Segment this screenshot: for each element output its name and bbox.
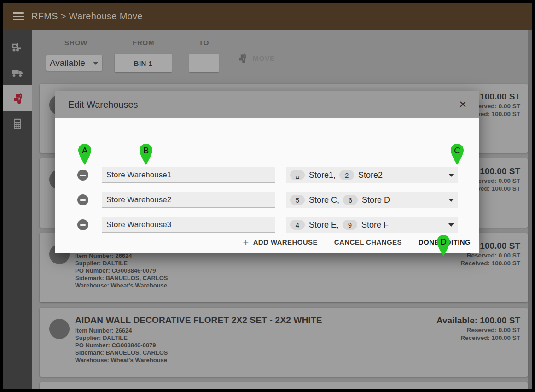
remove-warehouse-button[interactable] <box>77 170 88 181</box>
app-window: RFMS > Warehouse Move <box>0 0 535 392</box>
item-sidemark: Sidemark: BANUELOS, CARLOS <box>75 349 168 357</box>
move-button[interactable]: MOVE <box>236 52 275 64</box>
app-bar: RFMS > Warehouse Move <box>3 3 532 30</box>
cancel-changes-button[interactable]: CANCEL CHANGES <box>334 238 402 246</box>
annotation-label: D <box>440 237 447 246</box>
app-title: RFMS > Warehouse Move <box>31 11 143 22</box>
annotation-label: B <box>143 146 149 155</box>
item-po-number: PO Number: CG003846-0079 <box>75 267 168 275</box>
item-warehouse: Warehouse: Wheat's Warehouse <box>75 357 168 364</box>
warehouse-row: 4 Store E, 9 Store F <box>55 217 479 234</box>
item-reserved: Reserved: 0.00 ST <box>436 326 520 334</box>
to-bin-field[interactable] <box>189 54 219 72</box>
stores-dropdown[interactable]: ␣ Store1, 2 Store2 <box>286 167 458 183</box>
inventory-card: CALL TO THE POST - 10' ARCTIC SKY Availa… <box>40 382 528 389</box>
inventory-card: AIDAN WALL DECORATIVE FLORET 2X2 SET - 2… <box>40 308 528 377</box>
chevron-down-icon <box>448 174 454 177</box>
item-select-toggle[interactable] <box>49 319 70 339</box>
calculator-icon <box>11 117 24 131</box>
annotation-pin-b: B <box>140 144 152 165</box>
dialog-actions: + ADD WAREHOUSE CANCEL CHANGES DONE EDIT… <box>243 238 471 246</box>
warehouse-row: 5 Store C, 6 Store D <box>55 192 479 209</box>
item-title: AIDAN WALL DECORATIVE FLORET 2X2 SET - 2… <box>75 315 322 325</box>
handtruck-icon <box>11 91 24 105</box>
move-button-label: MOVE <box>253 54 275 62</box>
show-label: SHOW <box>64 39 87 47</box>
store-name: Store C, <box>309 195 339 205</box>
annotation-label: A <box>82 146 88 155</box>
store-name: Store F <box>361 220 389 230</box>
chevron-down-icon <box>93 62 99 65</box>
item-available: Available: 100.00 ST <box>436 315 520 326</box>
to-label: TO <box>199 39 209 47</box>
item-supplier: Supplier: DALTILE <box>75 260 168 267</box>
warehouse-name-input[interactable] <box>102 167 275 183</box>
dialog-header: Edit Warehouses ✕ <box>55 91 479 118</box>
store-name: Store1, <box>309 170 336 180</box>
item-received: Received: 100.00 ST <box>436 259 520 267</box>
item-quantities: Available: 100.00 ST Reserved: 0.00 ST R… <box>436 315 520 342</box>
from-bin-button[interactable]: BIN 1 <box>115 54 172 72</box>
dialog-body: ␣ Store1, 2 Store2 5 Store C, 6 Store D <box>55 118 479 253</box>
annotation-pin-a: A <box>78 144 91 165</box>
store-badge: 5 <box>290 195 305 205</box>
dialog-title: Edit Warehouses <box>68 99 138 110</box>
store-badge: 2 <box>339 170 354 180</box>
stores-dropdown[interactable]: 4 Store E, 9 Store F <box>286 217 458 233</box>
store-badge: 4 <box>290 220 305 230</box>
store-name: Store2 <box>358 170 383 180</box>
warehouse-name-input[interactable] <box>102 192 275 208</box>
add-warehouse-button[interactable]: + ADD WAREHOUSE <box>243 238 317 246</box>
item-details: Item Number: 26624 Supplier: DALTILE PO … <box>75 252 168 289</box>
sidebar <box>3 30 32 389</box>
scrollbar-gutter[interactable] <box>528 30 532 389</box>
move-handtruck-icon <box>236 52 248 64</box>
from-label: FROM <box>133 39 154 47</box>
sidebar-item-calculator[interactable] <box>3 111 32 137</box>
close-icon[interactable]: ✕ <box>459 99 467 110</box>
chevron-down-icon <box>448 223 454 227</box>
show-select-value: Available <box>50 58 93 68</box>
annotation-pin-d: D <box>437 235 450 256</box>
item-warehouse: Warehouse: Wheat's Warehouse <box>75 282 168 289</box>
forklift-icon <box>11 40 24 53</box>
annotation-label: C <box>454 146 460 155</box>
item-po-number: PO Number: CG003846-0079 <box>75 342 168 349</box>
hamburger-menu-icon[interactable] <box>13 12 24 20</box>
store-name: Store D <box>362 195 390 205</box>
warehouse-name-input[interactable] <box>102 217 275 233</box>
chevron-down-icon <box>448 199 454 202</box>
show-select[interactable]: Available <box>46 55 102 71</box>
add-warehouse-label: ADD WAREHOUSE <box>253 238 318 246</box>
item-number: Item Number: 26624 <box>75 252 168 260</box>
item-number: Item Number: 26624 <box>75 327 168 334</box>
sidebar-item-forklift[interactable] <box>3 34 32 59</box>
warehouse-row: ␣ Store1, 2 Store2 <box>55 167 479 184</box>
truck-icon <box>11 65 24 79</box>
item-received: Received: 100.00 ST <box>436 334 520 342</box>
screen: RFMS > Warehouse Move <box>3 3 532 389</box>
remove-warehouse-button[interactable] <box>77 219 88 230</box>
edit-warehouses-dialog: Edit Warehouses ✕ ␣ Store1, 2 Store2 <box>55 91 479 253</box>
item-sidemark: Sidemark: BANUELOS, CARLOS <box>75 275 168 282</box>
sidebar-item-truck[interactable] <box>3 59 32 85</box>
item-supplier: Supplier: DALTILE <box>75 334 168 342</box>
store-badge: 9 <box>343 220 357 230</box>
store-badge: ␣ <box>290 170 305 180</box>
plus-icon: + <box>243 239 249 246</box>
annotation-pin-c: C <box>451 144 464 165</box>
stores-dropdown[interactable]: 5 Store C, 6 Store D <box>286 192 458 208</box>
remove-warehouse-button[interactable] <box>77 194 88 205</box>
sidebar-item-warehouse-move[interactable] <box>3 85 32 111</box>
store-name: Store E, <box>309 220 339 230</box>
store-badge: 6 <box>343 195 358 205</box>
item-details: Item Number: 26624 Supplier: DALTILE PO … <box>75 327 168 364</box>
